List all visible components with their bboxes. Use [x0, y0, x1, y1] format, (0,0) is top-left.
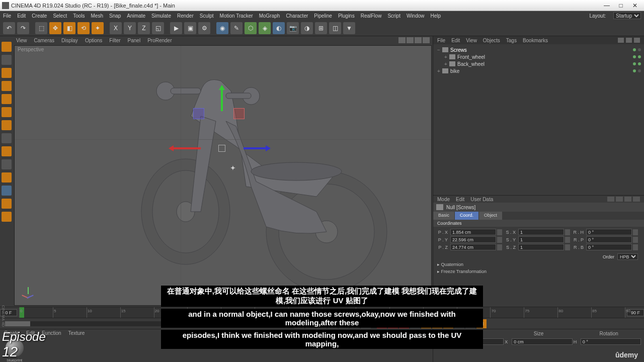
tree-item-screws[interactable]: − Screws — [435, 46, 642, 53]
gizmo-center[interactable] — [218, 145, 225, 152]
maximize-button[interactable]: □ — [614, 2, 628, 9]
spinner-icon[interactable] — [497, 229, 502, 235]
minimize-button[interactable]: — — [600, 2, 614, 9]
make-editable-icon[interactable] — [2, 42, 12, 52]
input-py[interactable] — [450, 236, 496, 243]
menu-simulate[interactable]: Simulate — [151, 13, 171, 19]
move-tool-icon[interactable]: ✥ — [49, 22, 61, 34]
floor-icon[interactable]: ◫ — [329, 22, 341, 34]
menu-help[interactable]: Help — [431, 13, 441, 19]
attr-back-icon[interactable] — [607, 197, 614, 202]
input-rp[interactable] — [586, 236, 632, 243]
select-tool-icon[interactable]: ⬚ — [35, 22, 47, 34]
spinner-icon[interactable] — [633, 229, 638, 235]
vp-menu-view[interactable]: View — [16, 38, 27, 43]
menu-plugins[interactable]: Plugins — [338, 13, 355, 19]
vp-pan-icon[interactable] — [398, 37, 406, 43]
polygon-mode-icon[interactable] — [2, 120, 12, 130]
gizmo-z-axis[interactable] — [244, 147, 269, 149]
deformer-icon[interactable]: ◈ — [259, 22, 271, 34]
axis-mode-icon[interactable] — [2, 133, 12, 143]
vp-menu-options[interactable]: Options — [85, 38, 102, 43]
grid-icon[interactable]: ⊞ — [315, 22, 327, 34]
menu-realflow[interactable]: RealFlow — [361, 13, 382, 19]
input-sy[interactable] — [518, 236, 564, 243]
workplane-icon[interactable] — [2, 81, 12, 91]
menu-animate[interactable]: Animate — [127, 13, 145, 19]
obj-menu-tags[interactable]: Tags — [506, 38, 517, 43]
menu-mesh[interactable]: Mesh — [91, 13, 103, 19]
last-tool-icon[interactable]: ✦ — [92, 22, 104, 34]
obj-filter-icon[interactable] — [626, 38, 632, 43]
scale-tool-icon[interactable]: ◧ — [63, 22, 75, 34]
close-button[interactable]: ✕ — [628, 2, 642, 9]
vp-menu-display[interactable]: Display — [61, 38, 78, 43]
tag-icon[interactable]: ▼ — [343, 22, 355, 34]
snap-icon[interactable] — [2, 172, 12, 183]
input-pz[interactable] — [450, 244, 496, 250]
viewport-3d[interactable]: Perspective — [14, 45, 432, 306]
light-icon[interactable]: ◑ — [301, 22, 313, 34]
edge-mode-icon[interactable] — [2, 107, 12, 117]
attr-menu-userdata[interactable]: User Data — [470, 197, 493, 202]
tree-item-bike[interactable]: + bike — [435, 67, 642, 74]
menu-sculpt[interactable]: Sculpt — [200, 13, 214, 19]
spinner-icon[interactable] — [633, 237, 638, 243]
model-mode-icon[interactable] — [2, 55, 12, 65]
gizmo-xz-plane[interactable] — [233, 108, 245, 119]
menu-snap[interactable]: Snap — [109, 13, 121, 19]
menu-mograph[interactable]: MoGraph — [259, 13, 280, 19]
attr-menu-mode[interactable]: Mode — [437, 197, 450, 202]
menu-file[interactable]: File — [3, 13, 11, 19]
input-rh[interactable] — [586, 229, 632, 235]
section-quaternion[interactable]: Quaternion — [433, 261, 644, 268]
primitive-icon[interactable]: ◉ — [216, 22, 228, 34]
menu-script[interactable]: Script — [387, 13, 400, 19]
redo-icon[interactable]: ↷ — [17, 22, 29, 34]
section-freeze-transform[interactable]: Freeze Transformation — [433, 268, 644, 275]
tree-item-front-wheel[interactable]: + Front_wheel — [435, 53, 642, 60]
attr-home-icon[interactable] — [616, 197, 623, 202]
menu-character[interactable]: Character — [286, 13, 308, 19]
obj-menu-objects[interactable]: Objects — [483, 38, 500, 43]
generator-icon[interactable]: ⬡ — [245, 22, 257, 34]
rotate-tool-icon[interactable]: ⟲ — [77, 22, 90, 34]
input-px[interactable] — [450, 229, 496, 235]
planar-workplane-icon[interactable] — [2, 212, 12, 222]
vp-rotate-icon[interactable] — [415, 37, 422, 43]
obj-path-icon[interactable] — [634, 38, 640, 43]
expand-icon[interactable]: + — [444, 54, 449, 60]
axis-z-icon[interactable]: Z — [138, 22, 150, 34]
render-settings-icon[interactable]: ⚙ — [198, 22, 210, 34]
menu-tools[interactable]: Tools — [73, 13, 85, 19]
spinner-icon[interactable] — [565, 229, 570, 235]
mat-menu-texture[interactable]: Texture — [68, 330, 85, 336]
obj-menu-file[interactable]: File — [437, 38, 445, 43]
spinner-icon[interactable] — [633, 244, 638, 250]
gizmo-yz-plane[interactable] — [193, 108, 204, 119]
tweak-mode-icon[interactable] — [2, 146, 12, 156]
menu-motiontracker[interactable]: Motion Tracker — [220, 13, 253, 19]
vp-maximize-icon[interactable] — [423, 37, 430, 43]
workplane-lock-icon[interactable] — [2, 186, 12, 196]
obj-menu-bookmarks[interactable]: Bookmarks — [523, 38, 548, 43]
obj-search-icon[interactable] — [618, 38, 624, 43]
input-sx[interactable] — [518, 229, 564, 235]
render-region-icon[interactable]: ▣ — [184, 22, 196, 34]
input-sz[interactable] — [518, 244, 564, 250]
menu-window[interactable]: Window — [407, 13, 425, 19]
spinner-icon[interactable] — [565, 244, 570, 250]
obj-menu-view[interactable]: View — [466, 38, 477, 43]
spline-icon[interactable]: ✎ — [230, 22, 243, 34]
menu-pipeline[interactable]: Pipeline — [314, 13, 332, 19]
environment-icon[interactable]: ◐ — [273, 22, 285, 34]
menu-create[interactable]: Create — [32, 13, 47, 19]
coord-rot-h[interactable] — [581, 338, 641, 345]
expand-icon[interactable]: + — [437, 68, 442, 74]
layout-select[interactable]: Startup — [613, 12, 641, 19]
spinner-icon[interactable] — [497, 244, 502, 250]
gizmo-x-axis[interactable] — [171, 147, 201, 149]
spinner-icon[interactable] — [497, 237, 502, 243]
menu-edit[interactable]: Edit — [17, 13, 26, 19]
vp-menu-filter[interactable]: Filter — [109, 38, 120, 43]
